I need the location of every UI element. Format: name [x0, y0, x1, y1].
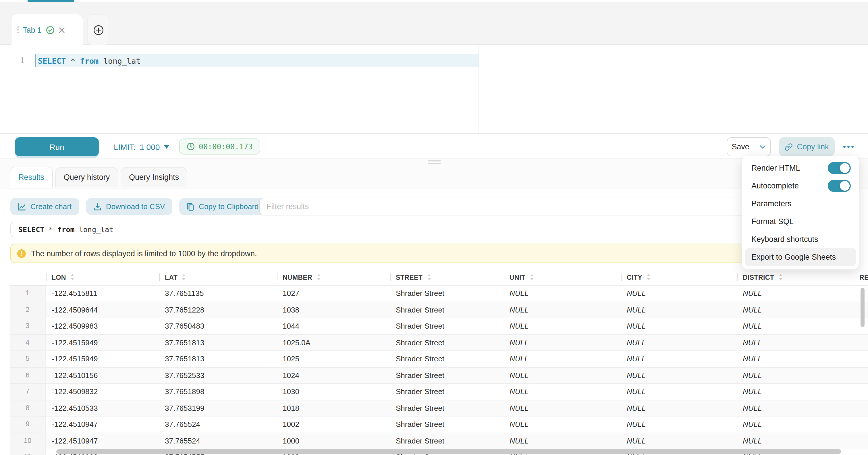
table-cell[interactable]: NULL [504, 384, 621, 400]
table-cell[interactable]: Shrader Street [390, 367, 504, 383]
column-header-street[interactable]: STREET [390, 269, 504, 285]
table-cell[interactable] [854, 433, 868, 449]
table-cell[interactable]: NULL [737, 433, 854, 449]
editor-tab-1[interactable]: Tab 1 [11, 14, 83, 46]
table-cell[interactable]: 37.7651813 [159, 335, 277, 351]
column-header-city[interactable]: CITY [621, 269, 737, 285]
table-cell[interactable]: Shrader Street [390, 285, 504, 301]
table-cell[interactable]: Shrader Street [390, 351, 504, 367]
table-cell[interactable]: NULL [737, 384, 854, 400]
column-header-district[interactable]: DISTRICT [737, 269, 854, 285]
table-cell[interactable]: -122.4510533 [46, 400, 159, 416]
table-cell[interactable]: Shrader Street [390, 384, 504, 400]
limit-dropdown[interactable]: LIMIT: 1 000 [114, 134, 169, 160]
table-cell[interactable]: 1024 [277, 367, 390, 383]
table-cell[interactable]: 1002 [277, 417, 390, 432]
table-cell[interactable]: NULL [621, 335, 737, 351]
table-cell[interactable]: 37.7651813 [159, 351, 277, 367]
column-header-unit[interactable]: UNIT [504, 269, 621, 285]
menu-item-render-html[interactable]: Render HTML [742, 159, 859, 177]
table-cell[interactable]: 37.7651898 [159, 384, 277, 400]
table-cell[interactable] [854, 449, 868, 455]
table-cell[interactable]: NULL [504, 351, 621, 367]
column-header-lon[interactable]: LON [46, 269, 159, 285]
table-cell[interactable]: 1044 [277, 318, 390, 334]
table-cell[interactable]: NULL [504, 318, 621, 334]
table-cell[interactable]: 37.7651228 [159, 302, 277, 318]
code-line[interactable]: SELECT * from long_lat [38, 56, 141, 65]
save-options-button[interactable] [754, 138, 770, 156]
table-cell[interactable]: Shrader Street [390, 335, 504, 351]
column-header-lat[interactable]: LAT [159, 269, 277, 285]
autocomplete-toggle[interactable] [828, 180, 851, 192]
run-button[interactable]: Run [15, 137, 99, 156]
table-cell[interactable]: Shrader Street [390, 302, 504, 318]
table-cell[interactable]: NULL [504, 367, 621, 383]
table-cell[interactable]: Shrader Street [390, 400, 504, 416]
table-cell[interactable]: Shrader Street [390, 433, 504, 449]
table-cell[interactable]: 1000 [277, 433, 390, 449]
table-cell[interactable]: -122.4515949 [46, 351, 159, 367]
table-cell[interactable]: 1030 [277, 384, 390, 400]
table-cell[interactable]: -122.4509983 [46, 318, 159, 334]
menu-item-autocomplete[interactable]: Autocomplete [742, 177, 859, 195]
tab-query-insights[interactable]: Query Insights [121, 167, 187, 187]
table-cell[interactable]: NULL [621, 285, 737, 301]
table-cell[interactable]: NULL [621, 433, 737, 449]
table-cell[interactable] [854, 351, 868, 367]
table-cell[interactable]: NULL [504, 335, 621, 351]
download-csv-button[interactable]: Download to CSV [86, 198, 172, 215]
table-cell[interactable]: -122.4510947 [46, 433, 159, 449]
table-cell[interactable]: NULL [504, 285, 621, 301]
table-cell[interactable]: NULL [737, 367, 854, 383]
table-cell[interactable]: NULL [737, 335, 854, 351]
close-tab-icon[interactable] [58, 27, 65, 33]
table-cell[interactable]: NULL [621, 302, 737, 318]
table-cell[interactable]: NULL [504, 400, 621, 416]
table-cell[interactable]: Shrader Street [390, 417, 504, 432]
table-cell[interactable]: NULL [621, 417, 737, 432]
table-cell[interactable]: Shrader Street [390, 318, 504, 334]
table-cell[interactable]: 1025.0A [277, 335, 390, 351]
table-cell[interactable]: NULL [504, 433, 621, 449]
table-cell[interactable]: 1025 [277, 351, 390, 367]
tab-results[interactable]: Results [10, 166, 53, 188]
table-cell[interactable]: 1038 [277, 302, 390, 318]
table-cell[interactable] [854, 384, 868, 400]
table-cell[interactable]: 37.7652533 [159, 367, 277, 383]
table-cell[interactable]: NULL [737, 351, 854, 367]
table-cell[interactable]: NULL [737, 318, 854, 334]
create-chart-button[interactable]: Create chart [10, 198, 79, 215]
table-cell[interactable] [854, 367, 868, 383]
table-cell[interactable]: -122.4509644 [46, 302, 159, 318]
table-cell[interactable]: -122.4509832 [46, 384, 159, 400]
table-cell[interactable] [854, 400, 868, 416]
table-cell[interactable]: NULL [621, 318, 737, 334]
table-cell[interactable]: NULL [737, 417, 854, 432]
horizontal-scrollbar[interactable] [56, 449, 841, 454]
column-header-number[interactable]: NUMBER [277, 269, 390, 285]
sql-editor[interactable]: 1 SELECT * from long_lat [0, 45, 868, 133]
table-cell[interactable]: 37.7651135 [159, 285, 277, 301]
tab-query-history[interactable]: Query history [55, 167, 118, 187]
table-cell[interactable]: NULL [504, 302, 621, 318]
table-cell[interactable]: -122.4515949 [46, 335, 159, 351]
table-cell[interactable]: -122.4510947 [46, 417, 159, 432]
table-cell[interactable] [854, 335, 868, 351]
table-cell[interactable]: NULL [504, 417, 621, 432]
copy-link-button[interactable]: Copy link [779, 137, 835, 156]
table-cell[interactable]: 37.7653199 [159, 400, 277, 416]
table-cell[interactable]: NULL [737, 400, 854, 416]
column-header-re[interactable]: RE [854, 269, 868, 285]
table-cell[interactable]: 1027 [277, 285, 390, 301]
copy-clipboard-button[interactable]: Copy to Clipboard [179, 198, 266, 215]
pane-resize-handle[interactable] [428, 160, 441, 166]
save-button[interactable]: Save [727, 138, 754, 156]
table-cell[interactable]: 1018 [277, 400, 390, 416]
render-html-toggle[interactable] [828, 162, 851, 174]
table-cell[interactable]: NULL [737, 302, 854, 318]
table-cell[interactable]: -122.4515811 [46, 285, 159, 301]
menu-item-parameters[interactable]: Parameters [742, 195, 859, 213]
table-cell[interactable]: NULL [621, 384, 737, 400]
drag-grip-icon[interactable] [17, 26, 19, 34]
